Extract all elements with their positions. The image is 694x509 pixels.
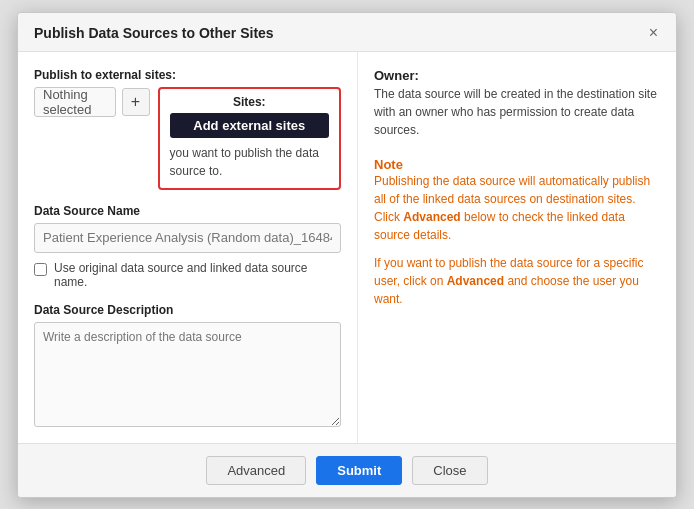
- left-panel: Publish to external sites: Nothing selec…: [18, 52, 358, 443]
- right-panel: Owner: The data source will be created i…: [358, 52, 676, 443]
- owner-section: Owner: The data source will be created i…: [374, 68, 660, 147]
- dialog-footer: Advanced Submit Close: [18, 443, 676, 497]
- sites-highlight-box: Sites: Add external sites you want to pu…: [158, 87, 341, 190]
- add-external-sites-button[interactable]: Add external sites: [170, 113, 329, 138]
- publish-label: Publish to external sites:: [34, 68, 341, 82]
- desc-label: Data Source Description: [34, 303, 341, 317]
- dialog-header: Publish Data Sources to Other Sites ×: [18, 13, 676, 52]
- original-name-label: Use original data source and linked data…: [54, 261, 341, 289]
- original-name-checkbox[interactable]: [34, 263, 47, 276]
- close-button[interactable]: Close: [412, 456, 487, 485]
- desc-textarea[interactable]: [34, 322, 341, 427]
- plus-button[interactable]: +: [122, 88, 150, 116]
- ds-name-input[interactable]: [34, 223, 341, 253]
- publish-row: Nothing selected + Sites: Add external s…: [34, 87, 341, 190]
- ds-name-label: Data Source Name: [34, 204, 341, 218]
- original-name-checkbox-row: Use original data source and linked data…: [34, 261, 341, 289]
- publish-section: Publish to external sites: Nothing selec…: [34, 68, 341, 190]
- sites-label: Sites:: [170, 95, 329, 109]
- owner-title: Owner:: [374, 68, 660, 83]
- data-source-description-section: Data Source Description: [34, 303, 341, 427]
- advanced-button[interactable]: Advanced: [206, 456, 306, 485]
- sites-description: you want to publish the data source to.: [170, 142, 329, 180]
- note-title: Note: [374, 157, 660, 172]
- dialog-title: Publish Data Sources to Other Sites: [34, 25, 274, 41]
- note-text1: Publishing the data source will automati…: [374, 172, 660, 244]
- owner-text: The data source will be created in the d…: [374, 85, 660, 139]
- dialog-body: Publish to external sites: Nothing selec…: [18, 52, 676, 443]
- submit-button[interactable]: Submit: [316, 456, 402, 485]
- nothing-selected-value: Nothing selected: [34, 87, 116, 117]
- note-section: Note Publishing the data source will aut…: [374, 157, 660, 308]
- note-text2: If you want to publish the data source f…: [374, 254, 660, 308]
- publish-dialog: Publish Data Sources to Other Sites × Pu…: [17, 12, 677, 498]
- data-source-name-section: Data Source Name Use original data sourc…: [34, 204, 341, 289]
- publish-input-row: Nothing selected +: [34, 87, 150, 117]
- dialog-close-button[interactable]: ×: [647, 25, 660, 41]
